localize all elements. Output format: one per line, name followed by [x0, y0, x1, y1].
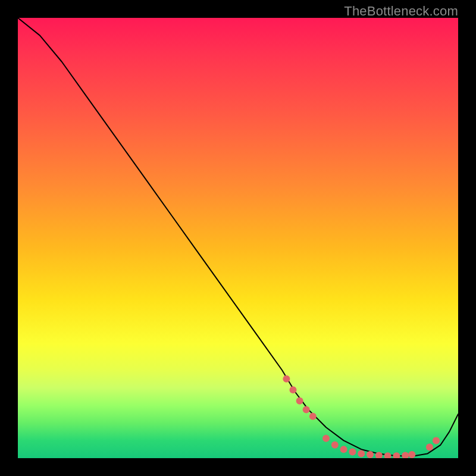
highlighted-point	[408, 451, 415, 458]
highlighted-point	[358, 450, 365, 458]
highlighted-point	[340, 446, 347, 453]
highlighted-point	[290, 386, 297, 393]
bottleneck-curve	[18, 18, 458, 458]
highlighted-point	[322, 435, 330, 442]
highlighted-point	[309, 413, 317, 420]
highlighted-point	[303, 406, 310, 414]
plot-area	[18, 18, 458, 458]
highlighted-point	[349, 449, 356, 456]
highlighted-point	[426, 444, 433, 451]
watermark-text: TheBottleneck.com	[344, 4, 458, 19]
highlighted-point	[402, 452, 409, 458]
highlighted-point	[283, 375, 290, 383]
highlighted-point	[433, 437, 440, 444]
highlighted-point	[384, 452, 392, 458]
bottleneck-curve-path	[18, 18, 458, 456]
highlighted-points-group	[283, 375, 440, 458]
highlighted-point	[296, 397, 303, 405]
highlighted-point	[367, 451, 374, 458]
highlighted-point	[393, 452, 400, 458]
highlighted-point	[331, 441, 339, 449]
chart-frame: TheBottleneck.com	[0, 0, 476, 476]
